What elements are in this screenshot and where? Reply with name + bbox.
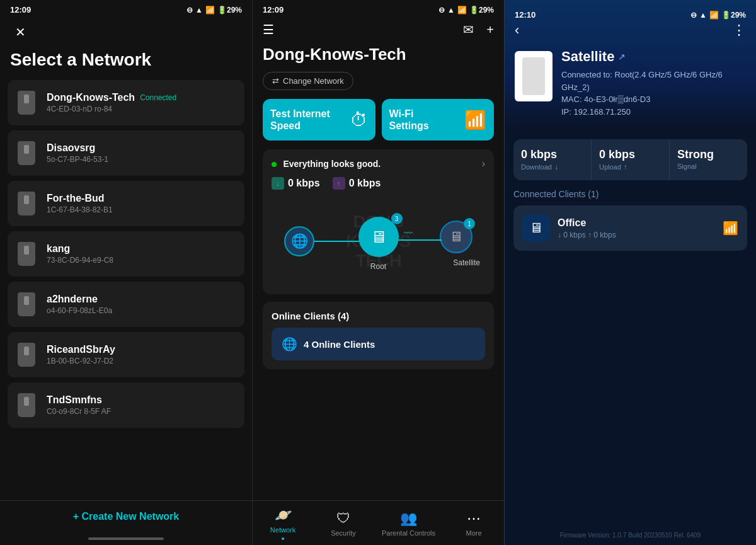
network-list-item[interactable]: TndSmnfns C0-o9-8Cr 8-5F AF (8, 382, 244, 428)
download-icon: ↓ (272, 177, 284, 190)
network-list-item[interactable]: Disaovsrg 5o-C7-BP-46-53-1 (8, 130, 244, 176)
change-network-button[interactable]: ⇄ Change Network (263, 72, 353, 90)
router-shape (18, 292, 35, 316)
change-network-icon: ⇄ (272, 76, 279, 86)
upload-label-row: Upload ↑ (599, 163, 662, 171)
network-info: RiceandSbrAy 1B-00-BC-92-J7-D2 (47, 344, 237, 365)
create-network-button[interactable]: + Create New Network (0, 500, 252, 532)
battery-icon: 🔋29% (217, 6, 242, 14)
signal-stat: Strong Signal (670, 139, 747, 180)
dnd-icon-3: ⊖ (690, 11, 697, 20)
network-router-icon (15, 190, 38, 217)
wifi-icon-3: ▲ (699, 11, 707, 20)
router-shape (18, 343, 35, 367)
satellite-router-icon: 🖥 (449, 229, 463, 245)
wifi-settings-label: Wi-FiSettings (389, 108, 429, 132)
network-list-item[interactable]: RiceandSbrAy 1B-00-BC-92-J7-D2 (8, 332, 244, 377)
clients-count-label: 4 Online Clients (304, 339, 375, 350)
status-card: Everything looks good. › ↓ 0 kbps ↑ 0 kb… (263, 149, 494, 294)
network-mac: 5o-C7-BP-46-53-1 (47, 155, 237, 164)
panel-satellite-detail: 12:10 ⊖ ▲ 📶 🔋29% ‹ ⋮ Satellite ↗ Connect… (504, 0, 756, 545)
nav-item-more[interactable]: ⋯ More (452, 510, 496, 537)
wifi-settings-button[interactable]: Wi-FiSettings 📶 (382, 99, 495, 141)
root-label: Root (370, 262, 386, 271)
panel3-topbar: ‹ ⋮ (515, 22, 746, 38)
network-router-icon (15, 240, 38, 268)
time-3: 12:10 (515, 10, 536, 20)
satellite-badge: 1 (464, 218, 475, 229)
test-speed-button[interactable]: Test InternetSpeed ⏱ (263, 99, 375, 141)
more-nav-icon: ⋯ (467, 510, 481, 527)
router-shape (18, 242, 35, 266)
connected-badge: Connected (140, 93, 176, 102)
router-shape (18, 393, 35, 417)
home-bar (88, 537, 164, 540)
network-info: a2hnderne o4-60-F9-08zL-E0a (47, 294, 237, 315)
download-label-row: Download ↓ (521, 163, 583, 171)
back-button[interactable]: ‹ (515, 22, 519, 38)
mac-address: MAC: 4o-E3-0łr▒dn6-D3 (561, 93, 746, 106)
network-mac: 1C-67-B4-38-82-B1 (47, 205, 237, 214)
network-name-row: RiceandSbrAy (47, 344, 237, 355)
network-name: Disaovsrg (47, 142, 95, 154)
dnd-icon: ⊖ (186, 6, 193, 14)
signal-stat-label: Signal (677, 163, 697, 170)
network-mac: o4-60-F9-08zL-E0a (47, 306, 237, 315)
network-nav-icon: 🪐 (275, 507, 292, 524)
upload-stat-value: 0 kbps (599, 148, 635, 161)
download-stat-value: 0 kbps (521, 148, 557, 161)
root-router-icon: 🖥 (370, 227, 387, 247)
time-1: 12:09 (10, 5, 31, 14)
stats-row: 0 kbps Download ↓ 0 kbps Upload ↑ Strong… (513, 139, 747, 180)
nav-item-parental[interactable]: 👥 Parental Controls (382, 510, 435, 537)
network-name-row: kang (47, 243, 237, 255)
nav-label-more: More (466, 529, 481, 537)
download-value: 0 kbps (288, 178, 320, 189)
nav-item-network[interactable]: 🪐 Network (261, 507, 305, 540)
external-link-icon[interactable]: ↗ (618, 52, 626, 62)
network-name: TndSmnfns (47, 394, 102, 406)
network-name: kang (47, 243, 70, 255)
wifi-icon: ▲ (195, 6, 203, 14)
satellite-label: Satellite (453, 258, 480, 267)
panel-network-detail: 12:09 ⊖ ▲ 📶 🔋29% ☰ ✉ + Dong-Knows-Tech ⇄… (252, 0, 504, 545)
add-icon[interactable]: + (486, 23, 494, 37)
client-card[interactable]: 🖥 Office ↓ 0 kbps ↑ 0 kbps 📶 (513, 205, 747, 251)
ip-address: IP: 192.168.71.250 (561, 106, 746, 118)
nav-label-parental: Parental Controls (382, 529, 435, 537)
panel3-header: 12:10 ⊖ ▲ 📶 🔋29% ‹ ⋮ Satellite ↗ Connect… (505, 0, 756, 130)
online-clients-button[interactable]: 🌐 4 Online Clients (272, 328, 485, 360)
download-speed: ↓ 0 kbps (272, 177, 320, 190)
network-name-row: a2hnderne (47, 294, 237, 305)
hamburger-menu[interactable]: ☰ (263, 22, 274, 37)
status-icons-3: ⊖ ▲ 📶 🔋29% (690, 11, 746, 20)
nav-label-network: Network (270, 526, 295, 534)
network-list-item[interactable]: For-the-Bud 1C-67-B4-38-82-B1 (8, 181, 244, 226)
router-shape (18, 91, 35, 115)
router-image (522, 57, 545, 95)
network-diagram: DONGKNOWSTECH 〰 🌐 3 🖥 Root 1 🖥 Satellite (272, 197, 485, 285)
status-icons-1: ⊖ ▲ 📶 🔋29% (186, 6, 242, 14)
network-info: kang 73-8C-D6-94-e9-C8 (47, 243, 237, 265)
network-info: TndSmnfns C0-o9-8Cr 8-5F AF (47, 394, 237, 416)
globe-icon-clients: 🌐 (282, 336, 297, 352)
client-speeds: ↓ 0 kbps ↑ 0 kbps (558, 231, 715, 239)
network-router-icon (15, 139, 38, 167)
network-list-item[interactable]: a2hnderne o4-60-F9-08zL-E0a (8, 282, 244, 327)
nav-item-security[interactable]: 🛡 Security (321, 510, 365, 537)
chevron-right-icon: › (482, 158, 485, 169)
status-bar-3: 12:10 ⊖ ▲ 📶 🔋29% (515, 5, 746, 22)
network-list-item[interactable]: kang 73-8C-D6-94-e9-C8 (8, 231, 244, 277)
time-2: 12:09 (263, 5, 284, 14)
test-speed-label: Test InternetSpeed (270, 108, 330, 132)
more-options-button[interactable]: ⋮ (732, 22, 746, 38)
panel-select-network: 12:09 ⊖ ▲ 📶 🔋29% ✕ Select a Network Dong… (0, 0, 252, 545)
network-title: Dong-Knows-Tech (253, 42, 504, 72)
upload-icon: ↑ (333, 177, 345, 190)
topbar-right: ✉ + (463, 22, 494, 37)
client-info: Office ↓ 0 kbps ↑ 0 kbps (558, 217, 715, 239)
network-info: Disaovsrg 5o-C7-BP-46-53-1 (47, 142, 237, 164)
mail-icon[interactable]: ✉ (463, 22, 474, 37)
close-button[interactable]: ✕ (10, 22, 30, 42)
network-list-item[interactable]: Dong-Knows-Tech Connected 4C-ED-03-nD ro… (8, 80, 244, 125)
